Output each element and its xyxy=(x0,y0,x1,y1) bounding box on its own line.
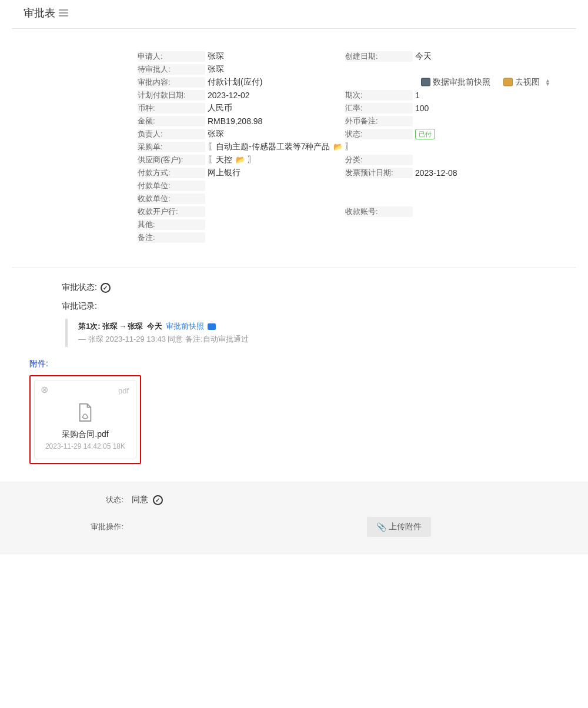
footer-status-row: 状态: 同意 ✓ xyxy=(88,495,553,505)
paymethod-label: 付款方式: xyxy=(138,168,205,178)
page-title: 审批表 xyxy=(24,6,55,20)
attachment-section: 附件: ⊗ pdf 采购合同.pdf 2023-11-29 14:42:05 1… xyxy=(0,359,588,482)
sort-arrows-icon: ▲▼ xyxy=(543,79,550,86)
row-other: 其他: xyxy=(138,219,550,230)
row-recvbank: 收款开户行: 收款账号: xyxy=(138,206,550,217)
form-details: 申请人: 张琛 创建日期: 今天 待审批人: 张琛 审批内容: 付款计划(应付)… xyxy=(0,29,588,263)
pending-approver-label: 待审批人: xyxy=(138,64,205,75)
supplier-label: 供应商(客户): xyxy=(138,155,205,165)
paydate-label: 计划付款日期: xyxy=(138,90,205,101)
file-ext: pdf xyxy=(118,386,129,395)
status-label: 状态: xyxy=(345,129,413,139)
footer-op-label: 审批操作: xyxy=(88,522,123,532)
invoice-date-value: 2023-12-08 xyxy=(415,168,550,178)
category-value xyxy=(415,155,550,165)
owner-label: 负责人: xyxy=(138,129,205,139)
record-snapshot-link[interactable]: 审批前快照 xyxy=(166,322,216,330)
remove-attachment-icon[interactable]: ⊗ xyxy=(41,385,48,395)
applicant-label: 申请人: xyxy=(138,51,205,62)
paid-badge: 已付 xyxy=(415,129,435,139)
period-label: 期次: xyxy=(345,90,413,101)
payunit-label: 付款单位: xyxy=(138,181,205,191)
camera-icon xyxy=(208,323,216,330)
currency-label: 币种: xyxy=(138,103,205,113)
period-value: 1 xyxy=(415,90,550,101)
approve-status-label: 审批状态: xyxy=(62,282,97,293)
recvunit-value xyxy=(208,193,550,204)
page-header: 审批表 xyxy=(12,0,576,29)
amount-label: 金额: xyxy=(138,116,205,126)
other-label: 其他: xyxy=(138,219,205,230)
record-subline: — 张琛 2023-11-29 13:43 同意 备注:自动审批通过 xyxy=(78,334,553,345)
record-title: 第1次: 张琛→张琛 今天 审批前快照 xyxy=(78,321,553,332)
approve-record-block: 第1次: 张琛→张琛 今天 审批前快照 — 张琛 2023-11-29 13:4… xyxy=(65,319,553,347)
row-applicant: 申请人: 张琛 创建日期: 今天 xyxy=(138,51,550,62)
rate-label: 汇率: xyxy=(345,103,413,113)
snapshot-link[interactable]: 数据审批前快照 xyxy=(421,77,490,88)
folder-icon: 📂 xyxy=(236,155,245,164)
paymethod-value: 网上银行 xyxy=(208,168,343,178)
file-pdf-icon xyxy=(77,403,93,423)
approve-record-label: 审批记录: xyxy=(62,301,553,312)
po-label: 采购单: xyxy=(138,142,205,152)
row-paydate: 计划付款日期: 2023-12-02 期次: 1 xyxy=(138,90,550,101)
amount-value: RMB19,208.98 xyxy=(208,116,343,126)
row-po: 采购单: 〖自动主题-传感器工装等7种产品 📂 〗 xyxy=(138,142,550,152)
attachment-label: 附件: xyxy=(29,359,553,369)
row-currency: 币种: 人民币 汇率: 100 xyxy=(138,103,550,113)
row-amount: 金额: RMB19,208.98 外币备注: xyxy=(138,116,550,126)
file-meta: 2023-11-29 14:42:05 18K xyxy=(41,442,130,450)
arrow-right-icon: → xyxy=(119,322,126,330)
file-name: 采购合同.pdf xyxy=(41,429,130,440)
create-date-value: 今天 xyxy=(415,51,550,62)
menu-icon[interactable] xyxy=(59,8,68,18)
other-value xyxy=(208,219,550,230)
fcremark-label: 外币备注: xyxy=(345,116,413,126)
payunit-value xyxy=(208,181,550,191)
rate-value: 100 xyxy=(415,103,550,113)
folder-open-icon xyxy=(503,78,513,86)
row-content: 审批内容: 付款计划(应付) 数据审批前快照 去视图 ▲▼ xyxy=(138,77,550,88)
footer-status-label: 状态: xyxy=(88,495,123,505)
remark-label: 备注: xyxy=(138,232,205,243)
category-label: 分类: xyxy=(345,155,413,165)
supplier-value[interactable]: 〖天控 📂 〗 xyxy=(208,155,343,165)
folder-icon: 📂 xyxy=(333,142,343,151)
check-circle-icon: ✓ xyxy=(153,495,163,505)
recvunit-label: 收款单位: xyxy=(138,193,205,204)
remark-value xyxy=(208,232,550,243)
row-pending: 待审批人: 张琛 xyxy=(138,64,550,75)
row-paymethod: 付款方式: 网上银行 发票预计日期: 2023-12-08 xyxy=(138,168,550,178)
currency-value: 人民币 xyxy=(208,103,343,113)
attachment-card[interactable]: ⊗ pdf 采购合同.pdf 2023-11-29 14:42:05 18K xyxy=(34,380,136,459)
content-label: 审批内容: xyxy=(138,77,205,88)
pending-approver-value: 张琛 xyxy=(208,64,550,75)
footer-op-row: 审批操作: 📎 上传附件 xyxy=(88,517,553,537)
row-supplier: 供应商(客户): 〖天控 📂 〗 分类: xyxy=(138,155,550,165)
status-value: 已付 xyxy=(415,129,550,139)
row-payunit: 付款单位: xyxy=(138,181,550,191)
goto-view-link[interactable]: 去视图 ▲▼ xyxy=(503,77,550,88)
upload-attachment-button[interactable]: 📎 上传附件 xyxy=(367,517,431,537)
recvbank-value xyxy=(208,206,343,217)
po-value[interactable]: 〖自动主题-传感器工装等7种产品 📂 〗 xyxy=(208,142,550,152)
invoice-date-label: 发票预计日期: xyxy=(345,168,413,178)
paydate-value: 2023-12-02 xyxy=(208,90,343,101)
footer-panel: 状态: 同意 ✓ 审批操作: 📎 上传附件 xyxy=(0,482,588,555)
recvacct-value xyxy=(415,206,550,217)
approve-status-line: 审批状态: ✓ xyxy=(62,282,553,293)
footer-status-value: 同意 xyxy=(132,495,148,505)
paperclip-icon: 📎 xyxy=(376,522,386,532)
row-remark: 备注: xyxy=(138,232,550,243)
check-circle-icon: ✓ xyxy=(101,283,111,293)
owner-value: 张琛 xyxy=(208,129,343,139)
row-owner: 负责人: 张琛 状态: 已付 xyxy=(138,129,550,139)
approve-section: 审批状态: ✓ 审批记录: 第1次: 张琛→张琛 今天 审批前快照 — 张琛 2… xyxy=(0,268,588,359)
create-date-label: 创建日期: xyxy=(345,51,413,62)
content-value: 付款计划(应付) xyxy=(208,77,262,86)
recvbank-label: 收款开户行: xyxy=(138,206,205,217)
recvacct-label: 收款账号: xyxy=(345,206,413,217)
attachment-highlight: ⊗ pdf 采购合同.pdf 2023-11-29 14:42:05 18K xyxy=(29,375,141,464)
camera-icon xyxy=(421,78,430,86)
fcremark-value xyxy=(415,116,550,126)
